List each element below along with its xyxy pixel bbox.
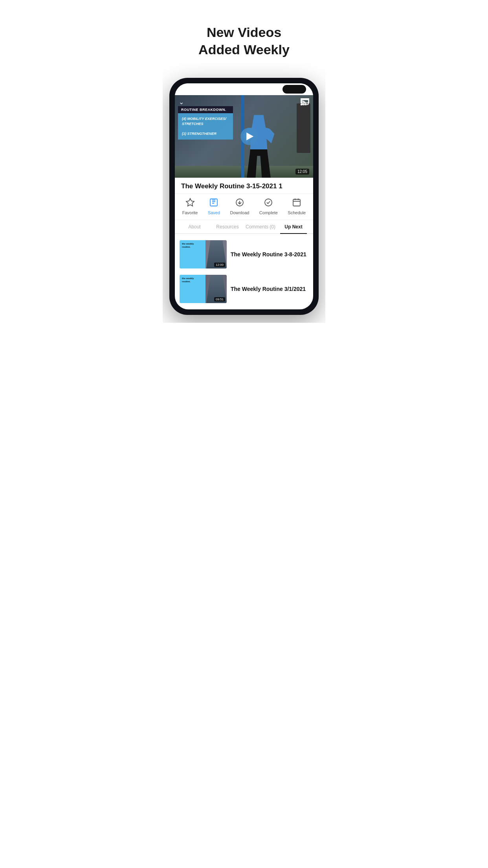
thumb-label-1: the weekly routine. <box>182 243 194 249</box>
list-item[interactable]: the weekly routine. 12:00 The Weekly Rou… <box>175 237 313 272</box>
thumb-duration-1: 12:00 <box>214 263 225 267</box>
list-item[interactable]: the weekly routine. 09:51 The Weekly Rou… <box>175 272 313 306</box>
saved-label: Saved <box>208 210 220 215</box>
complete-button[interactable]: Complete <box>259 198 278 215</box>
phone-screen: ROUTINE BREAKDOWN. (4) MOBILITY EXERCISE… <box>175 83 313 309</box>
video-list-title-2: The Weekly Routine 3/1/2021 <box>231 285 308 292</box>
video-title-bar: The Weekly Routine 3-15-2021 1 <box>175 178 313 194</box>
video-player[interactable]: ROUTINE BREAKDOWN. (4) MOBILITY EXERCISE… <box>175 95 313 178</box>
schedule-label: Schedule <box>288 210 306 215</box>
svg-rect-2 <box>301 99 309 100</box>
thumb-label-2: the weekly routine. <box>182 277 194 283</box>
download-icon <box>235 198 244 209</box>
favorite-button[interactable]: Favorite <box>182 198 198 215</box>
thumb-duration-2: 09:51 <box>214 297 225 302</box>
download-button[interactable]: Download <box>230 198 250 215</box>
play-button[interactable] <box>240 128 258 145</box>
hero-section: New Videos Added Weekly <box>163 0 325 78</box>
video-thumbnail-2: the weekly routine. 09:51 <box>180 275 227 303</box>
tab-about[interactable]: About <box>178 220 211 234</box>
favorite-label: Favorite <box>182 210 198 215</box>
up-next-list: the weekly routine. 12:00 The Weekly Rou… <box>175 234 313 309</box>
video-overlay-panel: ROUTINE BREAKDOWN. (4) MOBILITY EXERCISE… <box>178 106 233 139</box>
video-top-controls <box>301 98 309 107</box>
svg-marker-6 <box>186 199 194 206</box>
schedule-icon <box>292 198 301 209</box>
svg-rect-14 <box>293 199 300 206</box>
saved-icon <box>209 198 218 209</box>
phone-frame: ROUTINE BREAKDOWN. (4) MOBILITY EXERCISE… <box>169 78 319 315</box>
phone-camera <box>283 85 306 94</box>
tab-bar: About Resources Comments (0) Up Next <box>175 220 313 234</box>
complete-icon <box>264 198 273 209</box>
svg-point-13 <box>265 199 272 206</box>
phone-top-bar <box>175 83 313 95</box>
video-thumbnail-1: the weekly routine. 12:00 <box>180 240 227 268</box>
hero-title: New Videos Added Weekly <box>171 24 317 58</box>
overlay-exercises: (4) MOBILITY EXERCISES/ STRETCHES (1) ST… <box>182 116 229 136</box>
cast-icon[interactable] <box>301 98 309 107</box>
favorite-icon <box>185 198 195 209</box>
overlay-header: ROUTINE BREAKDOWN. <box>178 106 233 113</box>
svg-rect-4 <box>301 104 303 105</box>
tab-comments[interactable]: Comments (0) <box>244 220 277 234</box>
action-buttons-row: Favorite Saved <box>175 194 313 220</box>
complete-label: Complete <box>259 210 278 215</box>
dumbbell-rack <box>297 103 310 153</box>
schedule-button[interactable]: Schedule <box>288 198 306 215</box>
video-list-title-1: The Weekly Routine 3-8-2021 <box>231 251 308 258</box>
play-triangle-icon <box>246 132 253 140</box>
download-label: Download <box>230 210 250 215</box>
video-title: The Weekly Routine 3-15-2021 1 <box>181 182 307 190</box>
video-timestamp: 12:05 <box>295 169 309 175</box>
chevron-down-icon[interactable]: ⌄ <box>179 98 184 106</box>
saved-button[interactable]: Saved <box>208 198 220 215</box>
phone-wrapper: ROUTINE BREAKDOWN. (4) MOBILITY EXERCISE… <box>163 78 325 323</box>
tab-resources[interactable]: Resources <box>211 220 244 234</box>
tab-up-next[interactable]: Up Next <box>277 220 310 234</box>
